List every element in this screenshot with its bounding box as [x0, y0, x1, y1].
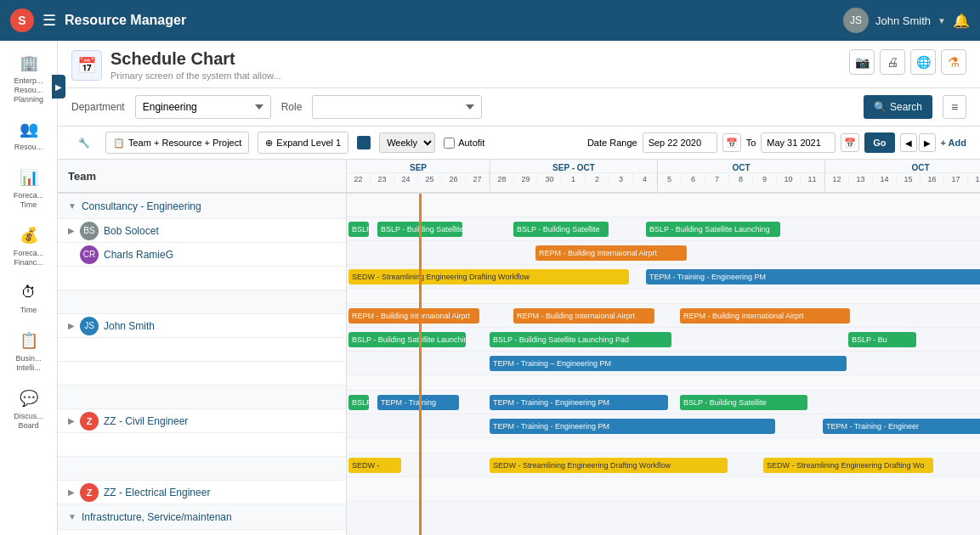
view-period-select[interactable]: Weekly	[379, 132, 435, 153]
gantt-row-john-1: REPM - Building Internaional Airprt REPM…	[347, 304, 980, 328]
nav-arrows: ◀ ▶	[900, 133, 936, 152]
sidebar-label-time: Time	[20, 306, 37, 315]
globe-button[interactable]: 🌐	[910, 49, 936, 75]
search-button[interactable]: 🔍 Search	[864, 95, 932, 119]
day-14: 14	[873, 173, 897, 185]
day-4: 4	[633, 173, 657, 185]
sidebar-label-business-intel: Busin...Intelli...	[15, 354, 41, 373]
department-select[interactable]: Engineering	[135, 95, 271, 119]
sidebar-item-forecast-time[interactable]: 📊 Foreca...Time	[3, 160, 54, 215]
day-11: 11	[801, 173, 824, 185]
date-from-input[interactable]	[643, 132, 717, 153]
day-9: 9	[753, 173, 777, 185]
avatar: JS	[843, 8, 869, 33]
member-bob-row: ▶ BS Bob Solocet	[58, 219, 346, 243]
gantt-row-charls-1: REPM - Building Internaional Airprt	[347, 241, 980, 265]
sidebar-label-discuss-board: Discus...Board	[14, 412, 43, 431]
avatar-charls: CR	[80, 245, 99, 264]
view-toggle-button[interactable]: 📋 Team + Resource + Project	[105, 132, 249, 154]
day-6: 6	[682, 173, 705, 185]
sidebar-item-discuss-board[interactable]: 💬 Discus...Board	[3, 381, 54, 436]
month-oct-2: OCT 12 13 14 15 16 17 18 19	[825, 160, 980, 192]
filter-button[interactable]: ⚗	[941, 49, 966, 75]
next-arrow[interactable]: ▶	[919, 133, 936, 152]
day-27: 27	[466, 173, 490, 185]
gantt-row-infra	[347, 477, 980, 501]
bar-john-blue: TEPM - Training – Engineering PM	[490, 356, 847, 371]
advanced-filter-button[interactable]: ≡	[943, 95, 966, 119]
page-title-area: Schedule Chart Primary screen of the sys…	[110, 49, 281, 81]
autofit-label: Autofit	[444, 138, 484, 149]
gantt-row-civil-2: TEPM - Training - Engineering PM TEPM - …	[347, 414, 980, 438]
sidebar-item-forecast-finance[interactable]: 💰 Foreca...Financ...	[3, 218, 54, 273]
sidebar-item-resource[interactable]: 👥 Resou...	[3, 112, 54, 157]
member-zz-elec-row: ▶ Z ZZ - Electrical Engineer	[58, 481, 346, 504]
chevron-zz-civil[interactable]: ▶	[68, 416, 75, 425]
bar-civil-blue-3: TEPM - Training - Engineering PM	[490, 419, 775, 434]
role-select[interactable]	[312, 95, 482, 119]
username: John Smith	[875, 14, 931, 27]
chevron-bob[interactable]: ▶	[68, 226, 75, 235]
user-dropdown-icon[interactable]: ▼	[938, 16, 946, 25]
sidebar: ▶ 🏢 Enterp...Resou...Planning 👥 Resou...…	[0, 41, 58, 535]
member-charls-row2	[58, 267, 346, 290]
view-icon: 📋	[113, 138, 125, 149]
empty-row-1	[58, 290, 346, 314]
print-button[interactable]: 🖨	[880, 49, 905, 75]
day-26: 26	[442, 173, 466, 185]
gantt-body: BSLP BSLP - Building Satellite BSLP - Bu…	[347, 194, 980, 501]
sidebar-item-time[interactable]: ⏱ Time	[3, 275, 54, 320]
department-label: Department	[71, 101, 125, 113]
sidebar-label-forecast-time: Foreca...Time	[14, 191, 44, 210]
expand-button[interactable]: ⊕ Expand Level 1	[258, 132, 348, 154]
member-john-row: ▶ JS John Smith	[58, 314, 346, 338]
prev-arrow[interactable]: ◀	[900, 133, 917, 152]
chevron-infra[interactable]: ▼	[68, 512, 76, 521]
group-name-infra: Infrastructure, Service/maintenan	[82, 511, 232, 523]
sidebar-label-resource: Resou...	[14, 143, 43, 152]
day-17: 17	[944, 173, 968, 185]
sidebar-item-business-intel[interactable]: 📋 Busin...Intelli...	[3, 324, 54, 378]
wrench-button[interactable]: 🔧	[71, 132, 97, 154]
day-3: 3	[609, 173, 633, 185]
forecast-finance-icon: 💰	[17, 223, 41, 247]
chevron-john[interactable]: ▶	[68, 321, 75, 330]
bar-civil-blue-1: TEPM - Training	[377, 395, 459, 410]
gantt-row-charls-2: SEDW - Streamlining Engineering Drafting…	[347, 265, 980, 289]
autofit-checkbox[interactable]	[444, 138, 455, 149]
chevron-consultancy[interactable]: ▼	[68, 201, 76, 211]
day-22: 22	[347, 173, 371, 185]
member-charls-row1: ▶ CR Charls RamieG	[58, 243, 346, 267]
cal-to-button[interactable]: 📅	[841, 133, 859, 152]
hamburger-menu[interactable]: ☰	[42, 11, 56, 30]
bar-bob-3: BSLP - Building Satellite	[513, 222, 609, 237]
bar-civil-blue-4: TEPM - Training - Engineer	[823, 419, 980, 434]
forecast-time-icon: 📊	[17, 166, 41, 189]
bar-elec-yellow-2: SEDW - Streamlining Engineering Drafting…	[490, 458, 728, 473]
top-navigation: S ☰ Resource Manager JS John Smith ▼ 🔔	[0, 0, 980, 41]
day-29: 29	[514, 173, 538, 185]
month-sep: SEP 22 23 24 25 26 27	[347, 160, 490, 192]
time-icon: ⏱	[17, 280, 41, 304]
group-infra: ▼ Infrastructure, Service/maintenan	[58, 504, 346, 530]
gantt-row-spacer-1	[347, 289, 980, 304]
bell-icon[interactable]: 🔔	[953, 13, 970, 29]
screenshot-button[interactable]: 📷	[849, 49, 875, 75]
date-to-input[interactable]	[761, 132, 836, 153]
add-button[interactable]: + Add	[941, 132, 966, 153]
sidebar-label-forecast-finance: Foreca...Financ...	[14, 249, 44, 268]
bar-charls-orange: REPM - Building Internaional Airprt	[535, 245, 687, 261]
day-18: 18	[968, 173, 980, 185]
gantt-row-bob: BSLP BSLP - Building Satellite BSLP - Bu…	[347, 217, 980, 241]
gantt-right-panel[interactable]: SEP 22 23 24 25 26 27	[347, 160, 980, 535]
role-label: Role	[281, 101, 303, 113]
chevron-zz-elec[interactable]: ▶	[68, 487, 75, 497]
sidebar-toggle[interactable]: ▶	[52, 75, 65, 99]
bar-john-green-2: BSLP - Building Satellite Launching Pad	[490, 332, 671, 347]
sidebar-item-enterprise[interactable]: 🏢 Enterp...Resou...Planning	[3, 46, 54, 109]
day-16: 16	[921, 173, 944, 185]
go-button[interactable]: Go	[864, 132, 894, 153]
app-logo: S	[10, 8, 34, 32]
cal-from-button[interactable]: 📅	[722, 133, 741, 152]
person-john: John Smith	[104, 320, 155, 332]
